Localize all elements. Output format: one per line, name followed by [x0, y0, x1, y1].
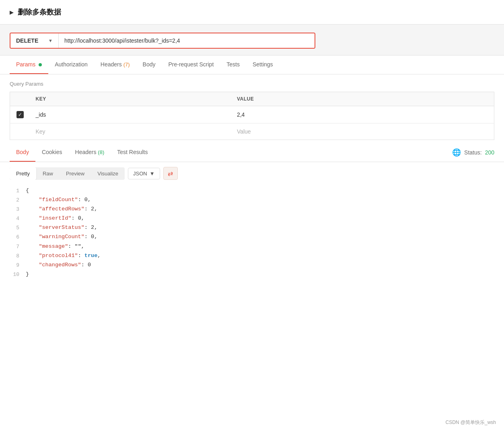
json-line-8: 8 "protocol41": true,	[10, 251, 494, 261]
json-close-brace: }	[26, 270, 29, 279]
response-tab-headers-label: Headers	[75, 149, 98, 155]
page-title: 删除多条数据	[18, 7, 61, 17]
format-select[interactable]: JSON ▼	[128, 168, 160, 179]
response-body-section: Pretty Raw Preview Visualize JSON ▼ ⇄ 1 …	[0, 162, 504, 284]
tab-pre-request-script[interactable]: Pre-request Script	[162, 56, 220, 74]
line-num-8: 8	[10, 251, 26, 261]
tab-settings[interactable]: Settings	[246, 56, 280, 74]
response-status-area: 🌐 Status: 200	[452, 148, 494, 157]
response-tab-test-results-label: Test Results	[117, 149, 148, 155]
request-tabs-section: Params Authorization Headers (7) Body Pr…	[0, 56, 504, 74]
tab-headers-label: Headers	[101, 61, 123, 68]
format-tabs: Pretty Raw Preview Visualize	[10, 167, 125, 180]
wrap-icon: ⇄	[168, 170, 173, 177]
row1-key[interactable]: _ids	[30, 106, 231, 123]
url-input[interactable]	[59, 33, 315, 48]
tab-params[interactable]: Params	[10, 56, 48, 74]
row2-value-placeholder[interactable]: Value	[231, 123, 494, 140]
line-num-2: 2	[10, 195, 26, 205]
tab-params-label: Params	[16, 61, 35, 68]
page-header: ▶ 删除多条数据	[0, 0, 504, 25]
row1-value[interactable]: 2,4	[231, 106, 494, 123]
json-open-brace: {	[26, 186, 29, 195]
col-checkbox	[10, 92, 30, 106]
format-select-label: JSON	[133, 171, 147, 177]
line-num-5: 5	[10, 223, 26, 232]
response-tabs-list: Body Cookies Headers (8) Test Results	[10, 143, 154, 162]
json-line-2: 2 "fieldCount": 0,	[10, 195, 494, 205]
json-protocol41: "protocol41": true,	[26, 251, 101, 261]
response-tab-body-label: Body	[16, 149, 29, 155]
col-value: VALUE	[231, 92, 494, 106]
row2-checkbox-cell	[10, 123, 30, 140]
line-num-4: 4	[10, 214, 26, 223]
format-select-arrow-icon: ▼	[150, 171, 155, 177]
line-num-10: 10	[10, 270, 26, 279]
method-label: DELETE	[16, 37, 38, 44]
format-tab-raw[interactable]: Raw	[36, 167, 60, 180]
tab-headers[interactable]: Headers (7)	[94, 56, 136, 74]
tab-settings-label: Settings	[253, 61, 273, 68]
response-tab-headers[interactable]: Headers (8)	[69, 143, 111, 162]
json-affected-rows: "affectedRows": 2,	[26, 205, 97, 214]
json-line-9: 9 "changedRows": 0	[10, 261, 494, 270]
tab-body-label: Body	[143, 61, 156, 68]
col-key: KEY	[30, 92, 231, 106]
tab-authorization[interactable]: Authorization	[48, 56, 94, 74]
response-tabs-section: Body Cookies Headers (8) Test Results 🌐 …	[0, 143, 504, 162]
json-line-4: 4 "insertId": 0,	[10, 214, 494, 223]
response-tab-body[interactable]: Body	[10, 143, 35, 162]
expand-arrow-icon[interactable]: ▶	[10, 9, 14, 15]
globe-icon[interactable]: 🌐	[452, 148, 461, 157]
format-tab-pretty[interactable]: Pretty	[10, 167, 36, 180]
line-num-9: 9	[10, 261, 26, 270]
status-value: 200	[485, 149, 494, 156]
table-row: Key Value	[10, 123, 494, 140]
line-num-7: 7	[10, 242, 26, 251]
row1-checkbox-cell: ✓	[10, 106, 30, 123]
json-code-area: 1 { 2 "fieldCount": 0, 3 "affectedRows":…	[10, 186, 494, 279]
response-tab-cookies[interactable]: Cookies	[35, 143, 69, 162]
params-table: KEY VALUE ✓ _ids 2,4 Key Value	[10, 92, 494, 140]
tab-body[interactable]: Body	[136, 56, 162, 74]
method-dropdown-arrow-icon: ▼	[48, 38, 53, 43]
status-label: Status:	[464, 149, 482, 156]
format-tab-visualize[interactable]: Visualize	[91, 167, 125, 180]
format-tab-preview[interactable]: Preview	[60, 167, 91, 180]
json-message: "message": "",	[26, 242, 84, 251]
params-dot	[39, 63, 42, 66]
response-tab-test-results[interactable]: Test Results	[111, 143, 154, 162]
json-line-7: 7 "message": "",	[10, 242, 494, 251]
tab-authorization-label: Authorization	[55, 61, 88, 68]
url-bar: DELETE ▼	[10, 33, 315, 49]
query-params-label: Query Params	[10, 81, 494, 87]
json-server-status: "serverStatus": 2,	[26, 223, 97, 232]
line-num-1: 1	[10, 186, 26, 195]
json-line-3: 3 "affectedRows": 2,	[10, 205, 494, 214]
json-line-5: 5 "serverStatus": 2,	[10, 223, 494, 232]
json-field-count: "fieldCount": 0,	[26, 195, 91, 205]
json-warning-count: "warningCount": 0,	[26, 232, 97, 242]
method-select[interactable]: DELETE ▼	[10, 33, 59, 48]
query-params-section: Query Params KEY VALUE ✓ _ids 2,4 Key Va…	[0, 74, 504, 140]
json-changed-rows: "changedRows": 0	[26, 261, 91, 270]
response-format-bar: Pretty Raw Preview Visualize JSON ▼ ⇄	[10, 167, 494, 180]
line-num-3: 3	[10, 205, 26, 214]
json-line-1: 1 {	[10, 186, 494, 195]
tab-tests[interactable]: Tests	[220, 56, 246, 74]
line-num-6: 6	[10, 232, 26, 242]
table-row: ✓ _ids 2,4	[10, 106, 494, 123]
headers-badge: (7)	[123, 62, 130, 68]
response-tab-cookies-label: Cookies	[42, 149, 62, 155]
json-line-10: 10 }	[10, 270, 494, 279]
url-bar-section: DELETE ▼	[0, 25, 504, 56]
json-insert-id: "insertId": 0,	[26, 214, 84, 223]
tab-pre-request-label: Pre-request Script	[168, 61, 214, 68]
request-tabs-list: Params Authorization Headers (7) Body Pr…	[10, 56, 494, 74]
row1-checkbox[interactable]: ✓	[16, 111, 24, 118]
response-headers-badge: (8)	[98, 149, 104, 155]
json-line-6: 6 "warningCount": 0,	[10, 232, 494, 242]
tab-tests-label: Tests	[226, 61, 240, 68]
wrap-button[interactable]: ⇄	[163, 167, 178, 180]
row2-key-placeholder[interactable]: Key	[30, 123, 231, 140]
